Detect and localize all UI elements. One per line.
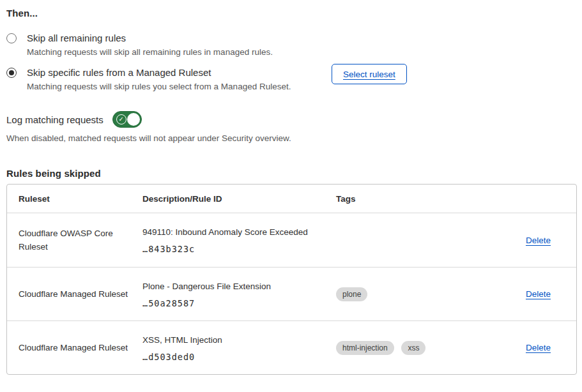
rules-table-container: Ruleset Description/Rule ID Tags Cloudfl… bbox=[6, 184, 576, 375]
skip-all-radio[interactable] bbox=[6, 33, 17, 43]
log-matching-requests-label: Log matching requests bbox=[6, 114, 103, 125]
rule-description: 949110: Inbound Anomaly Score Exceeded bbox=[142, 226, 336, 238]
rule-id: …50a28587 bbox=[142, 298, 336, 308]
delete-link[interactable]: Delete bbox=[526, 236, 551, 245]
description-cell: Plone - Dangerous File Extension …50a285… bbox=[142, 267, 336, 320]
toggle-knob bbox=[127, 113, 140, 126]
description-cell: XSS, HTML Injection …d503ded0 bbox=[142, 320, 336, 374]
waf-rule-configuration-page: Then... Skip all remaining rules Matchin… bbox=[0, 0, 582, 375]
select-ruleset-button[interactable]: Select ruleset bbox=[332, 64, 407, 84]
option-text: Skip all remaining rules Matching reques… bbox=[27, 31, 273, 59]
rule-id: …843b323c bbox=[142, 244, 336, 254]
log-toggle-help-text: When disabled, matched requests will not… bbox=[6, 132, 576, 145]
action-cell: Delete bbox=[483, 320, 576, 374]
skip-all-label[interactable]: Skip all remaining rules bbox=[27, 31, 273, 45]
column-header-ruleset: Ruleset bbox=[7, 185, 142, 213]
option-skip-all-remaining-rules: Skip all remaining rules Matching reques… bbox=[6, 31, 576, 59]
skip-options-group: Skip all remaining rules Matching reques… bbox=[6, 31, 576, 93]
ruleset-cell: Cloudflare OWASP Core Ruleset bbox=[7, 213, 142, 267]
table-row: Cloudflare OWASP Core Ruleset 949110: In… bbox=[7, 213, 576, 267]
option-skip-specific-rules: Skip specific rules from a Managed Rules… bbox=[6, 66, 576, 93]
tags-cell: html-injection xss bbox=[336, 320, 483, 374]
tag-badge: plone bbox=[336, 287, 367, 301]
table-header-row: Ruleset Description/Rule ID Tags bbox=[7, 185, 576, 213]
skip-all-description: Matching requests will skip all remainin… bbox=[27, 46, 273, 59]
rules-being-skipped-table: Ruleset Description/Rule ID Tags Cloudfl… bbox=[6, 184, 577, 375]
column-header-actions bbox=[483, 185, 576, 213]
action-cell: Delete bbox=[483, 267, 576, 320]
ruleset-cell: Cloudflare Managed Ruleset bbox=[7, 267, 142, 320]
then-heading: Then... bbox=[6, 8, 576, 19]
tag-badge: html-injection bbox=[336, 341, 394, 355]
tag-badge: xss bbox=[401, 341, 425, 355]
delete-link[interactable]: Delete bbox=[526, 289, 551, 299]
tags-cell bbox=[336, 213, 483, 267]
log-matching-requests-toggle[interactable]: ✓ bbox=[112, 111, 142, 128]
table-row: Cloudflare Managed Ruleset Plone - Dange… bbox=[7, 267, 576, 320]
column-header-tags: Tags bbox=[336, 185, 483, 213]
delete-link[interactable]: Delete bbox=[526, 343, 551, 352]
description-cell: 949110: Inbound Anomaly Score Exceeded …… bbox=[142, 213, 336, 267]
column-header-description-rule-id: Description/Rule ID bbox=[142, 185, 336, 213]
rule-description: Plone - Dangerous File Extension bbox=[142, 280, 336, 292]
rules-being-skipped-heading: Rules being skipped bbox=[6, 168, 576, 179]
skip-specific-radio[interactable] bbox=[6, 68, 17, 78]
tags-cell: plone bbox=[336, 267, 483, 320]
skip-specific-description: Matching requests will skip rules you se… bbox=[27, 80, 291, 93]
rule-id: …d503ded0 bbox=[142, 352, 336, 362]
check-icon: ✓ bbox=[116, 114, 126, 124]
rule-description: XSS, HTML Injection bbox=[142, 334, 336, 346]
table-row: Cloudflare Managed Ruleset XSS, HTML Inj… bbox=[7, 320, 576, 374]
skip-specific-label[interactable]: Skip specific rules from a Managed Rules… bbox=[27, 66, 291, 79]
option-text: Skip specific rules from a Managed Rules… bbox=[27, 66, 291, 93]
log-matching-requests-row: Log matching requests ✓ bbox=[6, 111, 576, 128]
ruleset-cell: Cloudflare Managed Ruleset bbox=[7, 320, 142, 374]
action-cell: Delete bbox=[483, 213, 576, 267]
